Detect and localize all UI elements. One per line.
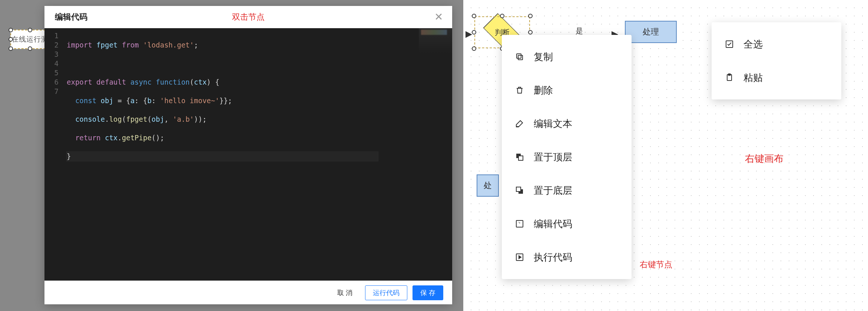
resize-handle[interactable] xyxy=(28,28,32,32)
modal-footer: 取 消 运行代码 保 存 xyxy=(44,281,452,304)
resize-handle[interactable] xyxy=(472,14,476,18)
svg-rect-6 xyxy=(516,220,523,227)
select-all-icon xyxy=(724,39,735,49)
canvas-panel[interactable]: 判断 是 处理 处 复制 xyxy=(463,0,868,311)
line-number: 1 xyxy=(44,31,59,40)
copy-icon xyxy=(514,52,525,62)
resize-handle[interactable] xyxy=(528,14,533,18)
left-panel: 在线运行测 编辑代码 双击节点 ✕ 1 2 3 4 5 xyxy=(0,0,463,311)
line-number-gutter: 1 2 3 4 5 6 7 xyxy=(44,28,62,281)
menu-item-label: 编辑代码 xyxy=(534,217,572,230)
code-editor[interactable]: 1 2 3 4 5 6 7 import fpget from 'lodash.… xyxy=(44,28,452,281)
menu-item-label: 全选 xyxy=(743,38,763,51)
menu-item-send-back[interactable]: 置于底层 xyxy=(502,174,632,207)
run-code-icon xyxy=(514,252,525,262)
menu-item-copy[interactable]: 复制 xyxy=(502,40,632,73)
resize-handle[interactable] xyxy=(472,30,476,35)
menu-item-bring-front[interactable]: 置于顶层 xyxy=(502,140,632,174)
resize-handle[interactable] xyxy=(472,46,476,51)
run-code-button[interactable]: 运行代码 xyxy=(365,285,407,300)
menu-item-label: 置于顶层 xyxy=(534,151,572,164)
node-context-menu: 复制 删除 编辑文本 置于顶层 xyxy=(502,35,632,279)
process-node-label: 处理 xyxy=(643,26,659,37)
menu-item-label: 置于底层 xyxy=(534,184,572,197)
canvas-context-menu: 全选 粘贴 xyxy=(712,22,841,99)
menu-item-edit-code[interactable]: 编辑代码 xyxy=(502,207,632,240)
resize-handle[interactable] xyxy=(528,30,533,35)
edit-text-icon xyxy=(514,118,525,129)
close-icon[interactable]: ✕ xyxy=(433,12,444,23)
svg-rect-3 xyxy=(519,156,523,160)
edit-code-modal: 编辑代码 双击节点 ✕ 1 2 3 4 5 6 7 import fpget f… xyxy=(44,6,452,304)
menu-item-edit-text[interactable]: 编辑文本 xyxy=(502,107,632,140)
send-back-icon xyxy=(514,185,525,196)
line-number: 2 xyxy=(44,40,59,50)
modal-annotation: 双击节点 xyxy=(232,12,265,23)
line-number: 4 xyxy=(44,59,59,68)
edge-yes-label: 是 xyxy=(576,26,583,36)
code-area[interactable]: import fpget from 'lodash.get'; export d… xyxy=(62,28,452,281)
menu-item-paste[interactable]: 粘贴 xyxy=(712,61,841,94)
process-node-label: 处 xyxy=(484,180,492,191)
menu-item-label: 删除 xyxy=(534,84,553,97)
editor-minimap[interactable] xyxy=(419,28,452,281)
line-number: 3 xyxy=(44,50,59,59)
resize-handle[interactable] xyxy=(9,46,13,51)
process-node[interactable]: 处理 xyxy=(625,21,677,43)
bring-front-icon xyxy=(514,152,525,162)
edge-arrow-icon xyxy=(466,31,472,38)
menu-item-label: 编辑文本 xyxy=(534,117,572,130)
svg-rect-0 xyxy=(518,55,523,60)
resize-handle[interactable] xyxy=(9,37,13,42)
menu-item-run-code[interactable]: 执行代码 xyxy=(502,240,632,274)
resize-handle[interactable] xyxy=(28,46,32,51)
process-node-partial[interactable]: 处 xyxy=(477,174,499,197)
paste-icon xyxy=(724,72,735,83)
menu-item-select-all[interactable]: 全选 xyxy=(712,27,841,61)
line-number: 7 xyxy=(44,87,59,96)
edit-code-icon xyxy=(514,219,525,229)
menu-item-label: 执行代码 xyxy=(534,251,572,264)
menu-item-delete[interactable]: 删除 xyxy=(502,73,632,107)
modal-title: 编辑代码 xyxy=(55,12,87,23)
save-button[interactable]: 保 存 xyxy=(413,285,443,300)
node-menu-annotation: 右键节点 xyxy=(640,259,672,270)
background-node-label: 在线运行测 xyxy=(11,35,49,44)
canvas-menu-annotation: 右键画布 xyxy=(745,152,783,165)
cancel-button[interactable]: 取 消 xyxy=(330,285,360,300)
svg-rect-5 xyxy=(516,187,521,191)
modal-header: 编辑代码 双击节点 ✕ xyxy=(44,6,452,28)
resize-handle[interactable] xyxy=(9,28,13,32)
menu-item-label: 粘贴 xyxy=(743,71,763,84)
svg-rect-1 xyxy=(517,54,521,58)
menu-item-label: 复制 xyxy=(534,50,553,63)
line-number: 5 xyxy=(44,68,59,78)
delete-icon xyxy=(514,85,525,95)
background-selected-node[interactable]: 在线运行测 xyxy=(10,30,49,49)
resize-handle[interactable] xyxy=(500,14,504,18)
line-number: 6 xyxy=(44,78,59,87)
